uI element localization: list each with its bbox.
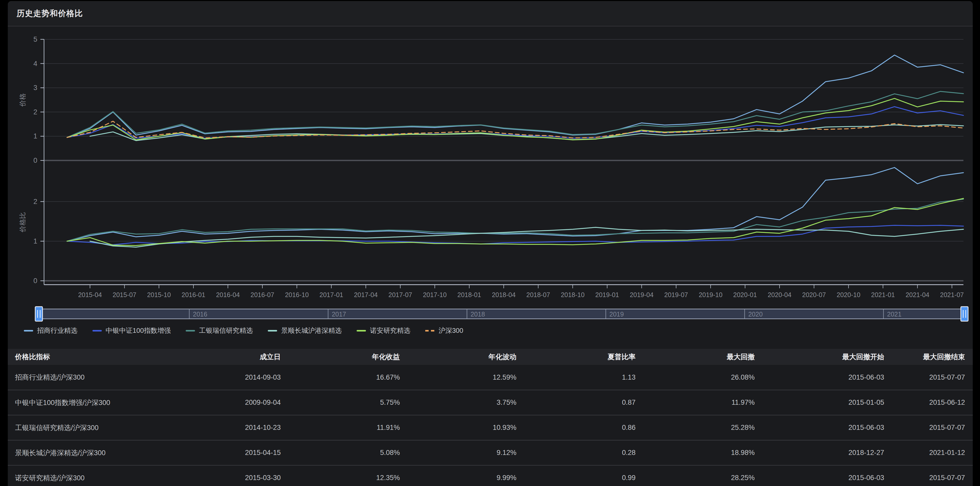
cell-volatility: 9.99% [401,465,518,486]
cell-sharpe: 0.99 [518,465,637,486]
y-tick-label: 0 [33,157,37,164]
x-tick-label: 2019-01 [595,291,619,299]
col-header-sharpe-ratio: 夏普比率 [518,349,637,365]
legend-item-hs300[interactable]: 沪深300 [425,326,463,335]
cell-indicator: 工银瑞信研究精选/沪深300 [8,415,199,440]
x-tick-label: 2020-07 [802,291,826,299]
legend-item-gongyin[interactable]: 工银瑞信研究精选 [186,326,253,335]
legend-label: 中银中证100指数增强 [106,326,171,335]
cell-drawdown-end: 2015-07-07 [886,365,973,390]
slider-year-label: 2020 [748,311,763,318]
y-tick-label: 3 [33,84,37,92]
col-header-inception-date: 成立日 [199,349,282,365]
legend-label: 景顺长城沪港深精选 [281,326,342,335]
x-tick-label: 2019-10 [699,291,722,299]
x-tick-label: 2018-04 [492,291,515,299]
cell-indicator: 招商行业精选/沪深300 [8,365,199,390]
slider-handle-left[interactable] [35,307,43,321]
x-tick-label: 2015-07 [113,291,137,299]
col-header-max-drawdown: 最大回撤 [637,349,756,365]
price-and-ratio-charts: 012345价格012价格比2015-042015-072015-102016-… [8,1,973,324]
x-tick-label: 2021-01 [871,291,895,299]
page-title: 历史走势和价格比 [17,8,83,19]
cell-drawdown: 28.25% [637,465,756,486]
x-tick-label: 2020-01 [733,291,757,299]
y-tick-label: 2 [33,198,37,205]
cell-drawdown: 25.28% [637,415,756,440]
y-tick-label: 1 [33,132,37,140]
col-header-annual-return: 年化收益 [282,349,401,365]
panel-header: 历史走势和价格比 [8,1,973,26]
col-header-drawdown-end: 最大回撤结束 [886,349,973,365]
slider-year-label: 2017 [332,311,346,318]
price-ratio-metrics-table: 价格比指标 成立日 年化收益 年化波动 夏普比率 最大回撤 最大回撤开始 最大回… [8,349,973,486]
legend-label: 诺安研究精选 [370,326,410,335]
legend-item-jingshun[interactable]: 景顺长城沪港深精选 [268,326,342,335]
slider-year-label: 2021 [887,311,902,318]
y-tick-label: 1 [33,237,37,245]
x-tick-label: 2016-04 [216,291,240,299]
x-tick-label: 2015-04 [78,291,102,299]
slider-year-label: 2018 [471,311,485,318]
metrics-table-container: 价格比指标 成立日 年化收益 年化波动 夏普比率 最大回撤 最大回撤开始 最大回… [8,349,973,486]
legend-label: 招商行业精选 [37,326,78,335]
cell-return: 11.91% [282,415,401,440]
x-tick-label: 2016-07 [250,291,274,299]
cell-drawdown: 26.08% [637,365,756,390]
cell-drawdown-end: 2015-07-07 [886,415,973,440]
cell-indicator: 中银中证100指数增强/沪深300 [8,390,199,415]
table-row: 中银中证100指数增强/沪深300 2009-09-04 5.75% 3.75%… [8,390,973,415]
x-tick-label: 2021-07 [940,291,964,299]
series-color-mark [92,330,102,332]
cell-volatility: 10.93% [401,415,518,440]
slider-handle-right[interactable] [961,307,968,321]
price-chart-plot-area[interactable] [44,39,963,160]
slider-year-label: 2019 [609,311,624,318]
date-range-slider-track[interactable] [39,309,964,319]
cell-drawdown-start: 2015-06-03 [756,365,886,390]
cell-sharpe: 0.87 [518,390,637,415]
cell-return: 16.67% [282,365,401,390]
cell-volatility: 12.59% [401,365,518,390]
fund-analysis-panel: 历史走势和价格比 012345价格012价格比2015-042015-07201… [8,1,973,486]
cell-inception: 2014-10-23 [199,415,282,440]
cell-drawdown-end: 2015-06-12 [886,390,973,415]
x-tick-label: 2019-04 [630,291,654,299]
y-tick-label: 0 [33,277,37,285]
cell-sharpe: 1.13 [518,365,637,390]
series-color-mark [268,330,277,332]
cell-return: 5.75% [282,390,401,415]
y-axis-title: 价格比 [19,212,26,233]
y-tick-label: 5 [33,35,37,43]
table-row: 招商行业精选/沪深300 2014-09-03 16.67% 12.59% 1.… [8,365,973,390]
table-row: 工银瑞信研究精选/沪深300 2014-10-23 11.91% 10.93% … [8,415,973,440]
col-header-drawdown-start: 最大回撤开始 [756,349,886,365]
x-tick-label: 2018-10 [561,291,584,299]
cell-indicator: 景顺长城沪港深精选/沪深300 [8,440,199,465]
x-tick-label: 2015-10 [147,291,171,299]
cell-drawdown-start: 2015-01-05 [756,390,886,415]
cell-drawdown-start: 2015-06-03 [756,415,886,440]
cell-drawdown-end: 2021-01-12 [886,440,973,465]
x-tick-label: 2020-10 [837,291,860,299]
cell-return: 12.35% [282,465,401,486]
legend-item-nuoan[interactable]: 诺安研究精选 [356,326,410,335]
x-tick-label: 2018-07 [526,291,550,299]
col-header-annual-volatility: 年化波动 [401,349,518,365]
cell-volatility: 9.12% [401,440,518,465]
cell-return: 5.08% [282,440,401,465]
cell-volatility: 3.75% [401,390,518,415]
legend-item-zhongyin[interactable]: 中银中证100指数增强 [92,326,171,335]
x-tick-label: 2017-04 [354,291,378,299]
cell-drawdown: 11.97% [637,390,756,415]
x-tick-label: 2020-04 [768,291,791,299]
legend-item-zhaoshang[interactable]: 招商行业精选 [24,326,78,335]
x-tick-label: 2016-01 [181,291,205,299]
x-tick-label: 2016-10 [285,291,309,299]
series-color-mark [425,330,434,332]
x-tick-label: 2018-01 [457,291,481,299]
legend-label: 沪深300 [439,326,463,335]
ratio-chart-plot-area[interactable] [44,164,963,281]
y-tick-label: 4 [33,60,37,68]
table-header-row: 价格比指标 成立日 年化收益 年化波动 夏普比率 最大回撤 最大回撤开始 最大回… [8,349,973,365]
